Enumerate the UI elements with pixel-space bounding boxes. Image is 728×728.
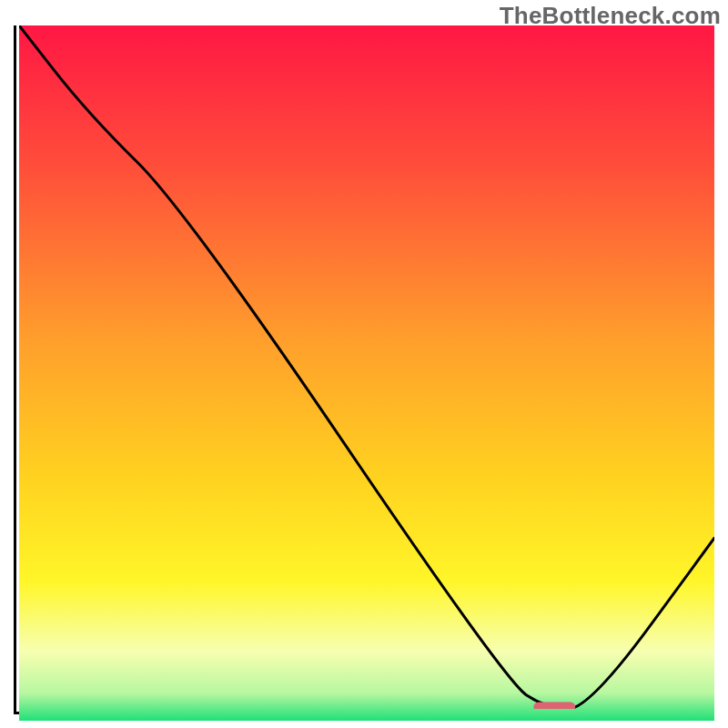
bottleneck-curve: [19, 25, 714, 709]
optimal-marker: [533, 702, 575, 709]
plot-frame: [14, 25, 714, 714]
chart-canvas: TheBottleneck.com: [0, 0, 728, 728]
plot-overlay: [19, 25, 714, 709]
